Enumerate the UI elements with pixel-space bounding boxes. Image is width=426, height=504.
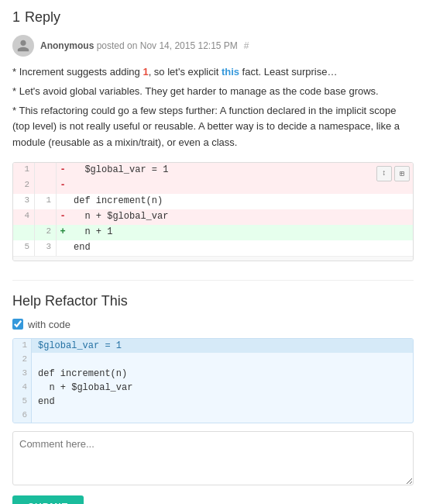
comment-body: * Increment suggests adding 1, so let's … bbox=[12, 64, 414, 151]
diff-line: 5 3 end bbox=[13, 240, 413, 256]
comment-hash-link[interactable]: # bbox=[244, 40, 249, 51]
diff-line: 2 - bbox=[13, 178, 413, 194]
diff-code: def increment(n) bbox=[69, 194, 413, 209]
code-line-content: end bbox=[32, 395, 413, 409]
code-line-num: 4 bbox=[13, 381, 32, 395]
code-line: 5 end bbox=[13, 395, 413, 409]
reply-count: 1 bbox=[12, 9, 20, 26]
comment-textarea[interactable] bbox=[12, 431, 414, 485]
diff-line-num-old: 2 bbox=[13, 178, 35, 194]
diff-line-num-new: 1 bbox=[35, 194, 57, 209]
section-divider bbox=[12, 280, 414, 281]
code-line-content bbox=[32, 353, 413, 367]
post-date: posted on Nov 14, 2015 12:15 PM bbox=[97, 40, 238, 51]
code-line-num: 6 bbox=[13, 409, 32, 423]
diff-sign bbox=[57, 194, 69, 209]
diff-code: end bbox=[69, 240, 413, 256]
comment-meta: Anonymous posted on Nov 14, 2015 12:15 P… bbox=[12, 35, 414, 57]
comment-line-1: * Increment suggests adding 1, so let's … bbox=[12, 64, 414, 81]
code-line-num: 3 bbox=[13, 367, 32, 381]
highlight-number: 1 bbox=[143, 66, 148, 78]
diff-scrollbar[interactable] bbox=[13, 256, 413, 261]
highlight-this: this bbox=[222, 66, 239, 78]
user-icon bbox=[16, 39, 30, 53]
comment-author-meta: Anonymous posted on Nov 14, 2015 12:15 P… bbox=[40, 40, 238, 51]
diff-sign: - bbox=[57, 178, 69, 194]
with-code-checkbox[interactable] bbox=[12, 319, 23, 330]
diff-sign: - bbox=[57, 209, 69, 225]
diff-code: n + $global_var bbox=[69, 209, 413, 225]
diff-line-num-old: 3 bbox=[13, 194, 35, 209]
with-code-label[interactable]: with code bbox=[28, 319, 70, 330]
code-editor: 1 $global_var = 1 2 3 def increment(n) 4… bbox=[12, 338, 414, 423]
diff-line-num-new bbox=[35, 178, 57, 194]
reply-label: Reply bbox=[25, 9, 60, 26]
comment-line-2: * Let's avoid global variables. They get… bbox=[12, 84, 414, 100]
diff-line: 3 1 def increment(n) bbox=[13, 194, 413, 209]
diff-expand-btn[interactable]: ↕ bbox=[376, 166, 392, 181]
diff-sign bbox=[57, 240, 69, 256]
diff-line-num-new bbox=[35, 163, 57, 178]
section-title: Help Refactor This bbox=[12, 293, 414, 309]
reply-header: 1 Reply bbox=[12, 9, 414, 26]
code-line-num: 5 bbox=[13, 395, 32, 409]
code-line-num: 1 bbox=[13, 339, 32, 353]
code-line-content: $global_var = 1 bbox=[32, 339, 413, 353]
diff-line-num-new: 2 bbox=[35, 225, 57, 240]
diff-line-num-new bbox=[35, 209, 57, 225]
code-line: 1 $global_var = 1 bbox=[13, 339, 413, 353]
code-line-content: n + $global_var bbox=[32, 381, 413, 395]
diff-line: 2 + n + 1 bbox=[13, 225, 413, 240]
checkbox-row: with code bbox=[12, 319, 414, 330]
diff-line-num-old: 4 bbox=[13, 209, 35, 225]
diff-line-num-old bbox=[13, 225, 35, 240]
code-line-content bbox=[32, 409, 413, 423]
diff-container: ↕ ⊞ 1 - $global_var = 1 2 - 3 1 def incr… bbox=[12, 162, 414, 261]
code-line-num: 2 bbox=[13, 353, 32, 367]
code-line: 3 def increment(n) bbox=[13, 367, 413, 381]
diff-sign: + bbox=[57, 225, 69, 240]
code-line: 6 bbox=[13, 409, 413, 423]
help-refactor-section: Help Refactor This with code 1 $global_v… bbox=[12, 293, 414, 504]
diff-line-num-old: 5 bbox=[13, 240, 35, 256]
diff-view-btn[interactable]: ⊞ bbox=[394, 166, 410, 181]
diff-line: 1 - $global_var = 1 bbox=[13, 163, 413, 178]
diff-line: 4 - n + $global_var bbox=[13, 209, 413, 225]
comment-line-3: * This refactoring could go a few steps … bbox=[12, 103, 414, 151]
diff-toolbar: ↕ ⊞ bbox=[376, 166, 410, 181]
submit-button[interactable]: SUBMIT bbox=[12, 495, 84, 504]
code-line: 2 bbox=[13, 353, 413, 367]
diff-sign: - bbox=[57, 163, 69, 178]
diff-code: $global_var = 1 bbox=[69, 163, 413, 178]
diff-line-num-new: 3 bbox=[35, 240, 57, 256]
diff-line-num-old: 1 bbox=[13, 163, 35, 178]
code-line: 4 n + $global_var bbox=[13, 381, 413, 395]
diff-code: n + 1 bbox=[69, 225, 413, 240]
diff-code bbox=[69, 178, 413, 194]
avatar bbox=[12, 35, 34, 57]
code-line-content: def increment(n) bbox=[32, 367, 413, 381]
author-name: Anonymous bbox=[40, 40, 94, 51]
